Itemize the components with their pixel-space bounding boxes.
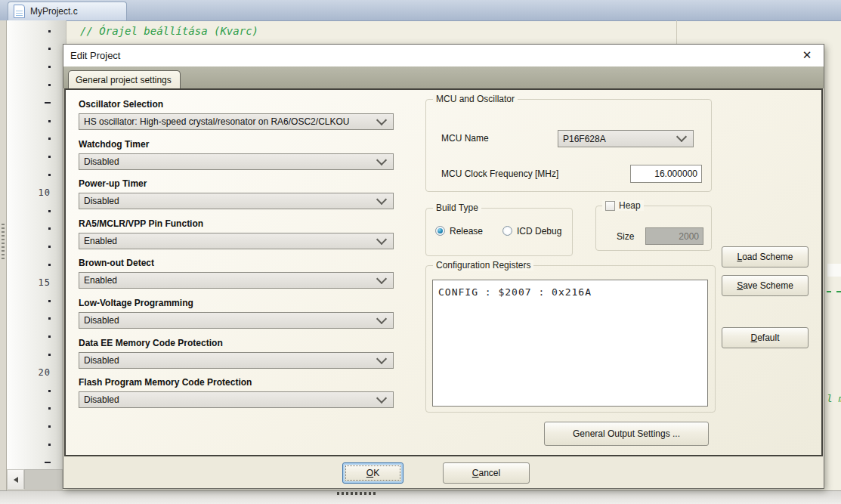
heap-checkbox[interactable] [605, 201, 615, 211]
group-title: Configuration Registers [433, 260, 533, 271]
tab-label: General project settings [76, 75, 172, 85]
gutter-marker [7, 112, 54, 130]
ide-bottom-bar [0, 490, 841, 504]
mcu-clock-input[interactable]: 16.000000 [630, 165, 702, 183]
power-up-timer-combo[interactable]: Disabled [79, 193, 394, 209]
flash-program-memory-code-protection-combo[interactable]: Disabled [79, 391, 394, 408]
gutter-marker [7, 435, 54, 453]
low-voltage-programming-value: Disabled [79, 315, 373, 326]
oscillator-selection-combo[interactable]: HS oscillator: High-speed crystal/resona… [79, 113, 394, 130]
group-heap: Heap Size 2000 [595, 206, 712, 251]
data-ee-memory-code-protection-combo[interactable]: Disabled [79, 352, 394, 369]
gutter-marker [7, 130, 54, 148]
gutter-marker [7, 418, 54, 436]
gutter-marker [7, 328, 54, 346]
group-configuration-registers: Configuration Registers CONFIG : $2007 :… [425, 265, 716, 413]
config-registers-list[interactable]: CONFIG : $2007 : 0x216A [432, 280, 708, 407]
gutter-marker [7, 202, 54, 220]
low-voltage-programming-combo[interactable]: Disabled [79, 312, 394, 329]
cancel-button[interactable]: Cancel [443, 462, 530, 484]
brown-out-detect-value: Enabled [79, 275, 373, 286]
group-mcu-and-oscillator: MCU and Oscillator MCU Name P16F628A MCU… [425, 99, 712, 192]
ra5-mclr-vpp-pin-function-combo[interactable]: Enabled [79, 233, 394, 249]
scroll-left-button[interactable] [7, 469, 24, 490]
dialog-title: Edit Project [63, 50, 120, 61]
chevron-down-icon [376, 193, 387, 204]
gutter-marker [7, 165, 54, 184]
gutter-marker [7, 22, 54, 40]
watchdog-timer-combo[interactable]: Disabled [79, 153, 394, 170]
splitter-grip-horizontal[interactable] [337, 492, 378, 495]
radio-release[interactable] [435, 226, 445, 236]
gutter-marker: 20 [7, 363, 54, 382]
data-ee-memory-code-protection-value: Disabled [79, 355, 373, 366]
gutter-marker [7, 238, 54, 256]
gutter-marker [7, 148, 54, 166]
heap-size-input: 2000 [645, 227, 703, 245]
mcu-name-combo[interactable]: P16F628A [558, 130, 694, 147]
power-up-timer-value: Disabled [79, 196, 373, 206]
gutter-marker [7, 220, 54, 238]
ra5-mclr-vpp-pin-function-label: RA5/MCLR/VPP Pin Function [79, 218, 203, 229]
brown-out-detect-combo[interactable]: Enabled [79, 272, 394, 289]
gutter-marker [7, 345, 54, 363]
flash-program-memory-code-protection-label: Flash Program Memory Code Protection [79, 377, 252, 388]
gutter-marker [7, 310, 54, 328]
radio-release-label: Release [450, 226, 483, 237]
power-up-timer-label: Power-up Timer [79, 178, 147, 189]
close-icon[interactable]: ✕ [796, 47, 818, 63]
gutter-marker [7, 76, 54, 94]
editor-comment-dash-sliver [827, 291, 841, 292]
default-button[interactable]: Default [722, 327, 809, 348]
splitter-grip-vertical[interactable] [2, 224, 5, 261]
oscillator-selection-value: HS oscillator: High-speed crystal/resona… [79, 116, 373, 127]
editor-text-fragment: l m [827, 393, 841, 404]
tab-general-project-settings[interactable]: General project settings [68, 70, 181, 88]
chevron-down-icon [376, 313, 387, 323]
radio-icd-debug[interactable] [502, 226, 512, 236]
chevron-down-icon [676, 131, 687, 142]
editor-selection-sliver [827, 264, 841, 277]
oscillator-selection-label: Oscillator Selection [79, 99, 163, 110]
mcu-name-value: P16F628A [558, 134, 673, 144]
editor-comment-line: // Órajel beállítása (Kvarc) [80, 25, 258, 37]
brown-out-detect-label: Brown-out Detect [79, 258, 154, 268]
group-build-type: Build Type Release ICD Debug [425, 208, 573, 256]
gutter-marker: 10 [7, 184, 54, 202]
ra5-mclr-vpp-pin-function-value: Enabled [79, 236, 373, 246]
chevron-down-icon [376, 114, 387, 125]
chevron-down-icon [376, 233, 387, 244]
chevron-down-icon [376, 392, 387, 403]
heap-label: Heap [619, 200, 641, 211]
horizontal-scrollbar-thumb[interactable] [24, 469, 63, 490]
editor-margin-guide [676, 20, 677, 44]
group-title: MCU and Oscillator [433, 94, 518, 104]
editor-file-tab[interactable]: MyProject.c [8, 2, 127, 20]
gutter-marker [7, 94, 54, 112]
gutter-marker: 15 [7, 274, 54, 292]
chevron-down-icon [376, 154, 387, 165]
group-title: Build Type [433, 203, 481, 213]
file-tab-label: MyProject.c [30, 6, 78, 17]
general-output-settings-button[interactable]: General Output Settings ... [544, 422, 709, 446]
save-scheme-button[interactable]: Save Scheme [722, 275, 809, 296]
scroll-left-icon [11, 477, 18, 483]
radio-icd-debug-label: ICD Debug [517, 226, 561, 237]
data-ee-memory-code-protection-label: Data EE Memory Code Protection [79, 338, 223, 348]
chevron-down-icon [376, 353, 387, 363]
ok-button[interactable]: OK [342, 462, 403, 484]
dialog-title-bar[interactable]: Edit Project [63, 45, 824, 66]
low-voltage-programming-label: Low-Voltage Programming [79, 298, 193, 308]
gutter-marker [7, 400, 54, 418]
file-icon [14, 5, 25, 18]
gutter-marker [7, 382, 54, 400]
load-scheme-button[interactable]: Load Scheme [722, 246, 809, 267]
watchdog-timer-label: Watchdog Timer [79, 139, 149, 150]
gutter-marker [7, 58, 54, 76]
mcu-clock-label: MCU Clock Frequency [MHz] [441, 169, 558, 179]
watchdog-timer-value: Disabled [79, 156, 373, 167]
heap-size-label: Size [617, 231, 634, 242]
flash-program-memory-code-protection-value: Disabled [79, 394, 373, 405]
heap-legend: Heap [602, 200, 644, 211]
gutter-marker [7, 255, 54, 274]
